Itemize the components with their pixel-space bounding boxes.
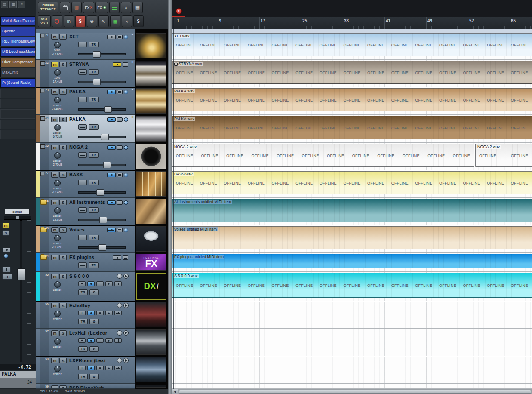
envelope-button[interactable]: = xyxy=(96,311,104,315)
tr-button[interactable]: TR xyxy=(89,69,99,75)
arrange-lane-49[interactable]: Voises untitled MIDI item xyxy=(172,226,532,253)
routing-button[interactable] xyxy=(107,117,116,122)
monitor-speaker-button[interactable] xyxy=(123,358,129,363)
arrange-lane-23[interactable]: PALKA.wavOFFLINEOFFLINEOFFLINEOFFLINEOFF… xyxy=(172,88,532,115)
monitor-speaker-button[interactable] xyxy=(123,303,129,308)
fader-handle[interactable] xyxy=(93,51,101,58)
arrange-lane-58[interactable] xyxy=(172,357,532,384)
loop-bar[interactable] xyxy=(172,29,532,33)
fader-icon-button[interactable] xyxy=(114,366,122,370)
pan-handle[interactable] xyxy=(16,216,19,219)
lock-button[interactable] xyxy=(60,2,70,13)
horizontal-scrollbar[interactable]: ◀ xyxy=(172,389,532,394)
envelope-button[interactable]: = xyxy=(96,281,104,286)
scrollbar-thumb[interactable] xyxy=(179,390,531,394)
fader-icon-button[interactable] xyxy=(78,262,87,268)
clipboard-icon[interactable]: ▤ xyxy=(1,1,8,8)
routing-button[interactable] xyxy=(107,228,116,232)
mute-button[interactable]: m xyxy=(64,15,74,27)
tr-button[interactable]: TR xyxy=(89,42,99,47)
vst-toggle[interactable]: VSTVSTi xyxy=(38,15,51,27)
master-pan-display[interactable]: center xyxy=(5,209,30,215)
track-state-icon[interactable] xyxy=(40,116,45,121)
master-fx-slot[interactable]: ME LoudnessMaxir xyxy=(0,47,35,57)
routing-button[interactable] xyxy=(107,200,116,205)
mute-button[interactable]: m xyxy=(51,145,58,150)
master-volume-fader[interactable] xyxy=(17,220,24,362)
add-fx-button[interactable]: + xyxy=(78,366,86,370)
mute-button[interactable]: m xyxy=(51,385,58,389)
volume-fader[interactable] xyxy=(78,51,126,57)
solo-button[interactable]: S xyxy=(59,89,67,95)
rack-view-button[interactable]: ▦ xyxy=(132,2,143,13)
tr-button[interactable]: TR xyxy=(78,374,88,379)
envelope-button[interactable] xyxy=(117,173,123,177)
master-fx-slot[interactable]: Pi (Sound Radix) xyxy=(0,78,35,88)
routing-button[interactable] xyxy=(107,35,116,39)
volume-fader[interactable] xyxy=(78,244,126,250)
mute-button[interactable]: m xyxy=(51,172,58,178)
fader-icon-button[interactable] xyxy=(78,180,87,185)
phase-button[interactable]: Ø xyxy=(89,289,99,295)
display-icon[interactable]: ▦ xyxy=(9,1,17,8)
phase-button[interactable]: Ø xyxy=(89,319,99,324)
monitor-button[interactable] xyxy=(124,90,128,94)
mute-button[interactable]: m xyxy=(51,89,58,95)
media-item[interactable]: FX plugins untitled MIDI item xyxy=(172,254,532,268)
arrange-lane-59[interactable] xyxy=(172,384,532,389)
envelope-button[interactable] xyxy=(117,35,123,39)
close-tool-button[interactable]: × xyxy=(122,15,132,27)
envelope-button[interactable]: = xyxy=(96,366,104,370)
timeline-marker-1[interactable]: 1 xyxy=(176,8,182,14)
pan-knob[interactable] xyxy=(54,207,61,214)
master-fader-handle[interactable] xyxy=(17,268,25,280)
fx-enable-button[interactable] xyxy=(117,274,122,279)
remove-tool-button[interactable]: × xyxy=(121,2,131,13)
mute-button[interactable]: m xyxy=(51,200,58,205)
track-panel-row-55[interactable]: 55mSS 6 0 0 0center+=▸TRØ xyxy=(36,272,135,301)
envelope-button[interactable] xyxy=(117,228,123,232)
routing-button[interactable] xyxy=(87,311,95,315)
arrange-lane-27[interactable]: BASS.wavOFFLINEOFFLINEOFFLINEOFFLINEOFFL… xyxy=(172,171,532,198)
solo-button[interactable]: S xyxy=(59,274,67,279)
notes-icon[interactable]: ≡ xyxy=(18,1,25,8)
arrange-lane-55[interactable]: S 6 0 0 0.wavOFFLINEOFFLINEOFFLINEOFFLIN… xyxy=(172,272,532,301)
media-item[interactable]: Voises untitled MIDI item xyxy=(172,226,532,249)
routing-button[interactable] xyxy=(87,281,95,286)
envelope-button[interactable]: ∿ xyxy=(98,15,109,27)
master-mute-button[interactable]: m xyxy=(2,223,9,228)
scroll-left-arrow-icon[interactable]: ◀ xyxy=(172,389,178,394)
track-panel-row-23[interactable]: 23mSPALKAHcenter-3.48dBTR xyxy=(36,88,135,115)
envelope-button[interactable] xyxy=(117,145,123,150)
patchbay-button[interactable]: ▥ xyxy=(71,2,82,13)
track-panel-row-27[interactable]: 27mSBASScenter-12.4dBTR xyxy=(36,171,135,198)
volume-fader[interactable] xyxy=(78,216,126,223)
monitor-speaker-button[interactable] xyxy=(123,274,129,279)
track-panel-row-58[interactable]: 58mSLXPRoom (Lexicenter+=▸TRØ xyxy=(36,357,135,384)
envelope-button[interactable] xyxy=(117,90,123,94)
monitor-speaker-button[interactable] xyxy=(123,330,129,336)
fader-icon-button[interactable] xyxy=(78,69,87,75)
fx-enable-button[interactable] xyxy=(117,358,122,363)
fader-icon-button[interactable] xyxy=(78,97,87,102)
monitor-button[interactable] xyxy=(124,145,128,150)
media-item[interactable]: PALKA.wavOFFLINEOFFLINEOFFLINEOFFLINEOFF… xyxy=(172,88,532,111)
fader-handle[interactable] xyxy=(98,244,106,251)
track-state-icon[interactable] xyxy=(40,34,45,38)
master-fader-icon-button[interactable] xyxy=(2,267,11,272)
routing-button[interactable] xyxy=(113,255,121,260)
volume-fader[interactable] xyxy=(78,133,126,140)
fader-handle[interactable] xyxy=(99,217,107,223)
track-panel-row-48[interactable]: 48mSAll Instrumentscenter-12.8dBTR xyxy=(36,198,135,225)
track-list-button[interactable] xyxy=(109,2,120,13)
solo-defeat-button[interactable]: S xyxy=(133,15,144,27)
monitor-button[interactable] xyxy=(124,35,128,39)
timeline-ruler[interactable]: 1917253341495765 xyxy=(172,17,532,29)
solo-button[interactable]: S xyxy=(59,227,67,233)
volume-fader[interactable] xyxy=(78,161,126,168)
media-item[interactable]: BASS.wavOFFLINEOFFLINEOFFLINEOFFLINEOFFL… xyxy=(172,171,532,194)
envelope-button[interactable]: = xyxy=(96,338,104,343)
pan-knob[interactable] xyxy=(54,69,61,76)
fx-enable-button[interactable] xyxy=(117,303,122,308)
track-state-icon[interactable] xyxy=(40,172,45,176)
